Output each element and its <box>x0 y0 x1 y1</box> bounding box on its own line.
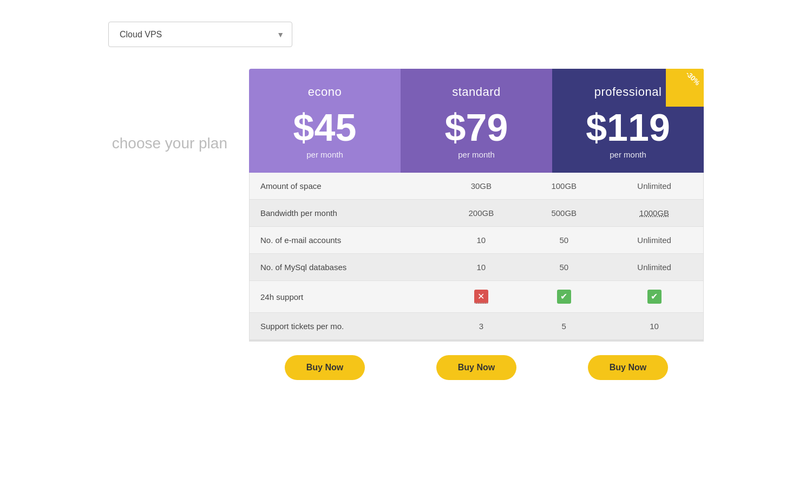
table-row: Support tickets per mo. 3 5 10 <box>250 313 703 340</box>
plan-header-econo: econo $45 per month <box>249 69 401 173</box>
standard-space: 100GB <box>522 173 605 200</box>
econo-tickets: 3 <box>440 313 522 340</box>
feature-label: 24h support <box>250 281 440 313</box>
standard-support: ✔ <box>522 281 605 313</box>
x-icon: ✕ <box>474 290 488 304</box>
econo-plan-period: per month <box>260 150 390 159</box>
professional-space: Unlimited <box>605 173 703 200</box>
econo-bandwidth: 200GB <box>440 200 522 227</box>
dropdown-container: Cloud VPS Shared Hosting Dedicated Serve… <box>108 22 292 47</box>
professional-email: Unlimited <box>605 227 703 254</box>
professional-plan-period: per month <box>563 150 693 159</box>
plan-header-professional: -30% professional $119 per month <box>552 69 704 173</box>
table-row: Amount of space 30GB 100GB Unlimited <box>250 173 703 200</box>
page-wrapper: Cloud VPS Shared Hosting Dedicated Serve… <box>108 22 704 394</box>
econo-mysql: 10 <box>440 254 522 281</box>
feature-label: Support tickets per mo. <box>250 313 440 340</box>
econo-email: 10 <box>440 227 522 254</box>
choose-plan-label: choose your plan <box>108 69 249 153</box>
feature-label: Amount of space <box>250 173 440 200</box>
econo-plan-name: econo <box>260 85 390 99</box>
professional-plan-price: $119 <box>563 109 693 147</box>
professional-mysql: Unlimited <box>605 254 703 281</box>
buy-buttons-row: Buy Now Buy Now Buy Now <box>249 341 704 394</box>
discount-badge: -30% <box>666 69 704 107</box>
table-row: No. of MySql databases 10 50 Unlimited <box>250 254 703 281</box>
plan-headers: econo $45 per month standard $79 per mon… <box>249 69 704 173</box>
feature-label: No. of MySql databases <box>250 254 440 281</box>
standard-bandwidth: 500GB <box>522 200 605 227</box>
professional-bandwidth: 1000GB <box>605 200 703 227</box>
features-table-wrapper: Amount of space 30GB 100GB Unlimited Ban… <box>249 173 704 341</box>
econo-buy-cell: Buy Now <box>249 355 401 380</box>
bandwidth-underlined: 1000GB <box>639 208 669 218</box>
product-dropdown[interactable]: Cloud VPS Shared Hosting Dedicated Serve… <box>108 22 292 47</box>
econo-plan-price: $45 <box>260 109 390 147</box>
econo-space: 30GB <box>440 173 522 200</box>
table-row: 24h support ✕ ✔ ✔ <box>250 281 703 313</box>
standard-buy-cell: Buy Now <box>401 355 552 380</box>
feature-label: Bandwidth per month <box>250 200 440 227</box>
standard-plan-name: standard <box>411 85 541 99</box>
pricing-table-container: econo $45 per month standard $79 per mon… <box>249 69 704 394</box>
standard-buy-button[interactable]: Buy Now <box>436 355 516 380</box>
standard-tickets: 5 <box>522 313 605 340</box>
discount-text: -30% <box>684 69 702 87</box>
check-icon: ✔ <box>557 290 571 304</box>
professional-buy-button[interactable]: Buy Now <box>588 355 668 380</box>
table-row: No. of e-mail accounts 10 50 Unlimited <box>250 227 703 254</box>
professional-tickets: 10 <box>605 313 703 340</box>
features-table: Amount of space 30GB 100GB Unlimited Ban… <box>250 173 703 340</box>
standard-plan-period: per month <box>411 150 541 159</box>
feature-label: No. of e-mail accounts <box>250 227 440 254</box>
plan-header-standard: standard $79 per month <box>401 69 552 173</box>
standard-email: 50 <box>522 227 605 254</box>
dropdown-wrapper: Cloud VPS Shared Hosting Dedicated Serve… <box>108 22 704 47</box>
professional-buy-cell: Buy Now <box>552 355 704 380</box>
professional-support: ✔ <box>605 281 703 313</box>
table-row: Bandwidth per month 200GB 500GB 1000GB <box>250 200 703 227</box>
standard-plan-price: $79 <box>411 109 541 147</box>
econo-support: ✕ <box>440 281 522 313</box>
check-icon: ✔ <box>647 290 662 304</box>
econo-buy-button[interactable]: Buy Now <box>285 355 365 380</box>
pricing-section: choose your plan econo $45 per month sta… <box>108 69 704 394</box>
standard-mysql: 50 <box>522 254 605 281</box>
